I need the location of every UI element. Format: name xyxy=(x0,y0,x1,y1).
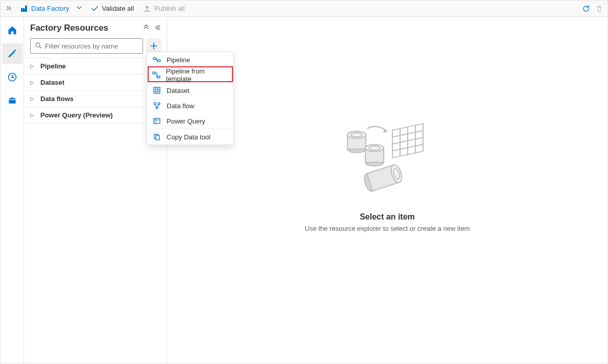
brand-label: Data Factory xyxy=(31,5,69,12)
svg-rect-32 xyxy=(154,118,160,124)
refresh-icon[interactable] xyxy=(582,5,590,13)
caret-icon: ▷ xyxy=(30,80,35,85)
menu-item-dataflow[interactable]: Data flow xyxy=(147,98,233,113)
svg-rect-3 xyxy=(10,98,14,99)
brand-chevron-icon[interactable] xyxy=(74,5,84,12)
caret-icon: ▷ xyxy=(30,112,35,118)
nav-author[interactable] xyxy=(2,43,22,64)
filter-input[interactable] xyxy=(45,42,138,50)
svg-point-31 xyxy=(156,107,158,109)
menu-item-powerquery[interactable]: Power Query xyxy=(147,113,233,129)
svg-rect-26 xyxy=(153,72,155,74)
validate-all-button[interactable]: Validate all xyxy=(87,5,137,13)
svg-rect-25 xyxy=(158,60,160,62)
menu-item-pipeline-from-template[interactable]: Pipeline from template xyxy=(147,67,233,83)
copy-icon xyxy=(152,133,161,141)
svg-rect-28 xyxy=(154,87,160,93)
brand-selector[interactable]: Data Factory xyxy=(18,5,71,13)
upload-icon xyxy=(143,5,151,13)
tree-item-pipeline[interactable]: ▷ Pipeline xyxy=(24,58,167,75)
dataset-icon xyxy=(152,86,161,94)
svg-point-4 xyxy=(36,43,40,47)
svg-point-1 xyxy=(11,76,13,78)
tree-item-dataflows[interactable]: ▷ Data flows xyxy=(24,91,167,107)
publish-label: Publish all xyxy=(154,5,184,12)
caret-icon: ▷ xyxy=(30,96,35,102)
tree-item-dataset[interactable]: ▷ Dataset xyxy=(24,75,167,91)
svg-rect-24 xyxy=(153,58,156,60)
caret-icon: ▷ xyxy=(30,63,35,69)
collapse-expand-toggle[interactable] xyxy=(143,25,149,32)
svg-point-29 xyxy=(154,103,156,105)
resources-panel: Factory Resources xyxy=(24,17,167,363)
left-nav-rail xyxy=(1,17,24,363)
checkmark-icon xyxy=(90,5,99,13)
empty-title: Select an item xyxy=(305,212,470,222)
search-icon xyxy=(35,42,42,51)
svg-rect-27 xyxy=(158,76,160,78)
pipeline-template-icon xyxy=(152,71,161,79)
collapse-panel-button[interactable] xyxy=(154,25,160,32)
svg-rect-34 xyxy=(156,135,159,140)
resource-tree: ▷ Pipeline ▷ Dataset ▷ Data flows ▷ Powe… xyxy=(24,58,167,124)
discard-icon[interactable] xyxy=(595,5,603,13)
menu-item-copydata[interactable]: Copy Data tool xyxy=(147,129,233,144)
nav-monitor[interactable] xyxy=(2,67,22,87)
resources-title: Factory Resources xyxy=(30,23,108,33)
nav-home[interactable] xyxy=(2,20,22,40)
empty-state: Select an item Use the resource explorer… xyxy=(305,117,470,232)
factory-icon xyxy=(20,5,28,13)
pipeline-icon xyxy=(152,56,161,64)
validate-label: Validate all xyxy=(102,5,134,12)
dataflow-icon xyxy=(152,102,161,110)
top-toolbar: Data Factory Validate all Publish all xyxy=(1,1,607,17)
publish-all-button[interactable]: Publish all xyxy=(140,5,188,13)
powerquery-icon xyxy=(152,117,161,125)
svg-point-30 xyxy=(158,103,160,105)
expand-toolbar-button[interactable] xyxy=(3,3,15,15)
menu-item-dataset[interactable]: Dataset xyxy=(147,83,233,98)
add-resource-menu: Pipeline Pipeline from template Dataset … xyxy=(147,52,233,145)
empty-subtitle: Use the resource explorer to select or c… xyxy=(305,225,470,232)
tree-item-powerquery[interactable]: ▷ Power Query (Preview) xyxy=(24,107,167,124)
nav-manage[interactable] xyxy=(2,90,22,111)
filter-input-wrapper[interactable] xyxy=(30,38,143,54)
svg-rect-2 xyxy=(9,99,15,104)
empty-illustration xyxy=(336,117,438,204)
menu-item-pipeline[interactable]: Pipeline xyxy=(147,52,233,67)
